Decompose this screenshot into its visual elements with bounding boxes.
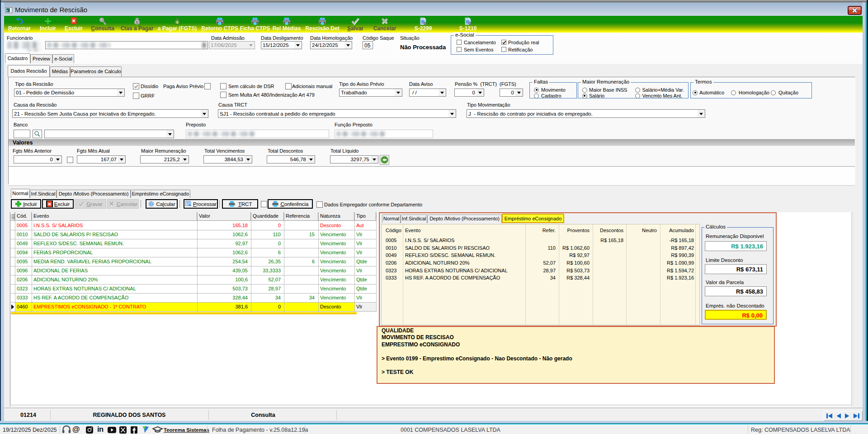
svg-text:$: $: [136, 20, 138, 24]
svg-text:$: $: [176, 20, 179, 24]
